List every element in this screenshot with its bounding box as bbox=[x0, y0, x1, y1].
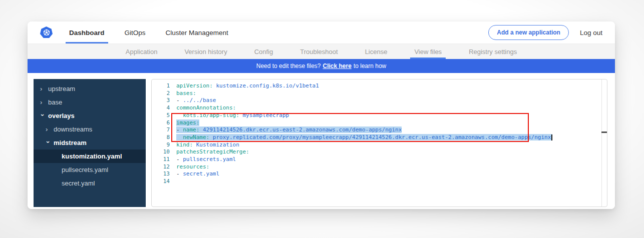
code-line-13: 13- secret.yaml bbox=[152, 170, 607, 178]
add-new-application-button[interactable]: Add a new application bbox=[488, 25, 569, 40]
code-line-14: 14 bbox=[152, 178, 607, 186]
tree-item-label: upstream bbox=[48, 85, 75, 92]
line-number: 8 bbox=[152, 134, 170, 142]
subtab-view-files[interactable]: View files bbox=[414, 44, 442, 59]
code-line-12: 12resources: bbox=[152, 164, 607, 171]
line-content: - name: 429114214526.dkr.ecr.us-east-2.a… bbox=[170, 126, 402, 134]
line-number: 2 bbox=[152, 90, 170, 98]
chevron-right-icon: › bbox=[46, 127, 51, 132]
line-content: images: bbox=[170, 120, 199, 127]
code-line-11: 11- pullsecrets.yaml bbox=[152, 156, 607, 164]
line-number: 3 bbox=[152, 97, 170, 104]
view-files-content: ›upstream›base›overlays›downstreams›mids… bbox=[28, 73, 615, 209]
yaml-code-editor[interactable]: 1apiVersion: kustomize.config.k8s.io/v1b… bbox=[151, 79, 607, 207]
editor-scrollbar-track[interactable] bbox=[601, 80, 602, 206]
line-content: - pullsecrets.yaml bbox=[170, 156, 236, 164]
main-tab-bar: Dashboard GitOps Cluster Management bbox=[66, 22, 232, 44]
tree-item-label: base bbox=[48, 98, 62, 106]
line-number: 10 bbox=[152, 148, 170, 156]
line-content: bases: bbox=[170, 90, 196, 98]
code-line-6: 6images: bbox=[152, 120, 607, 127]
scrollbar-cursor-marker bbox=[601, 132, 607, 133]
logout-link[interactable]: Log out bbox=[580, 29, 602, 36]
line-content: apiVersion: kustomize.config.k8s.io/v1be… bbox=[170, 82, 319, 90]
file-tree-item-upstream[interactable]: ›upstream bbox=[34, 82, 146, 96]
subtab-troubleshoot[interactable]: Troubleshoot bbox=[300, 44, 338, 59]
tree-item-label: overlays bbox=[48, 112, 75, 120]
subtab-registry-settings[interactable]: Registry settings bbox=[469, 44, 517, 59]
banner-text-after: to learn how bbox=[354, 62, 386, 70]
line-content: newName: proxy.replicated.com/proxy/mysa… bbox=[170, 134, 552, 142]
line-content: - ../../base bbox=[170, 97, 216, 104]
line-number: 6 bbox=[152, 120, 170, 127]
file-tree-item-base[interactable]: ›base bbox=[34, 96, 146, 109]
code-line-8: 8 newName: proxy.replicated.com/proxy/my… bbox=[152, 134, 607, 142]
code-line-3: 3- ../../base bbox=[152, 97, 607, 104]
line-content: kots.io/app-slug: mysampleecrapp bbox=[170, 112, 289, 120]
chevron-down-icon: › bbox=[40, 114, 45, 119]
tree-item-label: secret.yaml bbox=[62, 180, 95, 187]
line-number: 11 bbox=[152, 156, 170, 164]
tree-item-label: downstreams bbox=[54, 126, 92, 133]
line-number: 12 bbox=[152, 164, 170, 171]
code-line-9: 9kind: Kustomization bbox=[152, 142, 607, 149]
kubernetes-logo-icon bbox=[40, 26, 53, 38]
line-content bbox=[170, 178, 176, 186]
code-line-1: 1apiVersion: kustomize.config.k8s.io/v1b… bbox=[152, 82, 607, 90]
tree-item-label: kustomization.yaml bbox=[62, 152, 122, 160]
line-content: kind: Kustomization bbox=[170, 142, 239, 149]
admin-console-card: Dashboard GitOps Cluster Management Add … bbox=[28, 22, 615, 209]
chevron-right-icon: › bbox=[40, 100, 45, 105]
chevron-right-icon: › bbox=[40, 86, 45, 92]
topnav-right-group: Add a new application Log out bbox=[488, 25, 602, 40]
banner-text-before: Need to edit these files? bbox=[256, 62, 321, 70]
code-line-10: 10patchesStrategicMerge: bbox=[152, 148, 607, 156]
line-number: 5 bbox=[152, 112, 170, 120]
line-number: 13 bbox=[152, 170, 170, 178]
line-number: 4 bbox=[152, 104, 170, 112]
file-tree-item-overlays[interactable]: ›overlays bbox=[34, 109, 146, 122]
chevron-down-icon: › bbox=[46, 141, 51, 146]
file-tree-item-midstream[interactable]: ›midstream bbox=[34, 136, 146, 150]
tab-cluster-management[interactable]: Cluster Management bbox=[162, 22, 232, 44]
edit-files-banner: Need to edit these files? Click here to … bbox=[28, 59, 615, 73]
code-line-4: 4commonAnnotations: bbox=[152, 104, 607, 112]
tree-item-label: midstream bbox=[54, 139, 87, 146]
app-subnav: ApplicationVersion historyConfigTroubles… bbox=[28, 44, 615, 59]
line-content: - secret.yaml bbox=[170, 170, 219, 178]
top-navbar: Dashboard GitOps Cluster Management Add … bbox=[28, 22, 615, 44]
subtab-version-history[interactable]: Version history bbox=[184, 44, 227, 59]
file-tree-item-downstreams[interactable]: ›downstreams bbox=[34, 122, 146, 136]
line-number: 1 bbox=[152, 82, 170, 90]
subtab-application[interactable]: Application bbox=[126, 44, 158, 59]
line-content: resources: bbox=[170, 164, 209, 171]
tab-gitops[interactable]: GitOps bbox=[121, 22, 149, 44]
line-content: commonAnnotations: bbox=[170, 104, 236, 112]
subtab-config[interactable]: Config bbox=[254, 44, 273, 59]
text-cursor bbox=[551, 134, 552, 140]
file-tree-item-pullsecrets-yaml[interactable]: pullsecrets.yaml bbox=[34, 163, 146, 176]
banner-click-here-link[interactable]: Click here bbox=[323, 62, 352, 70]
line-content: patchesStrategicMerge: bbox=[170, 148, 249, 156]
line-number: 14 bbox=[152, 178, 170, 186]
file-tree-item-secret-yaml[interactable]: secret.yaml bbox=[34, 176, 146, 190]
code-line-2: 2bases: bbox=[152, 90, 607, 98]
tab-dashboard[interactable]: Dashboard bbox=[66, 22, 108, 44]
code-line-7: 7- name: 429114214526.dkr.ecr.us-east-2.… bbox=[152, 126, 607, 134]
line-number: 7 bbox=[152, 126, 170, 134]
page-background: Dashboard GitOps Cluster Management Add … bbox=[0, 0, 644, 238]
file-tree-item-kustomization-yaml[interactable]: kustomization.yaml bbox=[34, 150, 146, 163]
code-line-5: 5 kots.io/app-slug: mysampleecrapp bbox=[152, 112, 607, 120]
tree-item-label: pullsecrets.yaml bbox=[62, 166, 108, 174]
line-number: 9 bbox=[152, 142, 170, 149]
file-tree-sidebar: ›upstream›base›overlays›downstreams›mids… bbox=[34, 79, 146, 207]
subtab-license[interactable]: License bbox=[365, 44, 388, 59]
